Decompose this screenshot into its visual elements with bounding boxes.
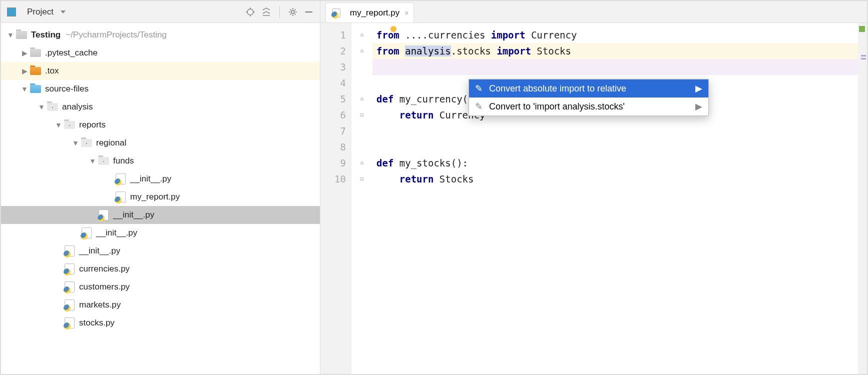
collapse-all-icon[interactable] [260, 6, 272, 18]
folder-icon [30, 84, 41, 94]
marker-strip[interactable] [858, 23, 867, 374]
tree-path: ~/PycharmProjects/Testing [66, 30, 167, 40]
locate-icon[interactable] [244, 6, 256, 18]
tree-label: currencies.py [79, 264, 130, 274]
tree-label: source-files [45, 84, 89, 94]
code-line: from ....currencies import Currency [372, 27, 858, 43]
tree-label: funds [113, 156, 134, 166]
tree-label: reports [79, 120, 106, 130]
python-file-icon [98, 210, 109, 220]
expand-arrow-icon[interactable] [21, 67, 28, 75]
tree-label: __init__.py [130, 174, 171, 184]
intention-label: Convert to 'import analysis.stocks' [489, 102, 625, 112]
tree-root-testing[interactable]: Testing ~/PycharmProjects/Testing [1, 26, 320, 44]
tree-node-reports-init[interactable]: __init__.py [1, 224, 320, 242]
tree-node-regional-init[interactable]: __init__.py [1, 206, 320, 224]
fold-marker-icon[interactable]: ⊖ [351, 27, 372, 43]
analysis-status-icon[interactable] [859, 26, 865, 32]
project-view-dropdown-icon[interactable] [61, 10, 66, 14]
folder-icon [30, 66, 41, 76]
tree-node-source-files[interactable]: source-files [1, 80, 320, 98]
code-line: def my_stocks(): [372, 155, 858, 171]
folder-icon [16, 30, 27, 40]
tree-node-funds-init[interactable]: __init__.py [1, 170, 320, 188]
package-icon [64, 120, 75, 130]
gear-icon[interactable] [287, 6, 299, 18]
tree-node-customers[interactable]: customers.py [1, 278, 320, 296]
expand-arrow-icon[interactable] [21, 49, 28, 57]
python-file-icon [64, 246, 75, 256]
intention-action-icon: ✎ [475, 83, 484, 94]
editor-tab-my-report[interactable]: my_report.py × [325, 2, 414, 22]
intention-popup: ✎ Convert absolute import to relative ▶ … [469, 79, 709, 116]
expand-arrow-icon[interactable] [38, 103, 45, 111]
tree-label: regional [96, 138, 127, 148]
hide-icon[interactable] [303, 6, 315, 18]
fold-marker-icon[interactable]: ⊖ [351, 91, 372, 107]
tree-node-analysis[interactable]: analysis [1, 98, 320, 116]
project-tool-header: Project [1, 1, 320, 23]
tree-node-stocks[interactable]: stocks.py [1, 314, 320, 332]
tree-node-tox[interactable]: .tox [1, 62, 320, 80]
code-line: return Stocks [372, 171, 858, 187]
editor-body[interactable]: 1 2 3 4 5 6 7 8 9 10 ⊖ ⊖ ⊖ ⊟ ⊖ [320, 23, 867, 374]
tree-node-markets[interactable]: markets.py [1, 296, 320, 314]
tree-node-funds[interactable]: funds [1, 152, 320, 170]
line-number: 2 [320, 43, 351, 59]
intention-bulb-icon[interactable] [390, 26, 396, 32]
fold-marker-icon[interactable]: ⊖ [351, 43, 372, 59]
submenu-arrow-icon: ▶ [695, 101, 702, 112]
close-tab-icon[interactable]: × [404, 9, 408, 17]
expand-arrow-icon[interactable] [55, 121, 62, 129]
expand-arrow-icon[interactable] [89, 157, 96, 165]
intention-convert-import[interactable]: ✎ Convert to 'import analysis.stocks' ▶ [469, 98, 708, 116]
tree-label: __init__.py [96, 228, 137, 238]
tree-label: __init__.py [113, 210, 154, 220]
code-area[interactable]: from ....currencies import Currency from… [372, 23, 858, 374]
expand-arrow-icon[interactable] [7, 31, 14, 39]
folder-icon [30, 48, 41, 58]
editor-tabbar: my_report.py × [320, 1, 867, 23]
fold-marker-icon[interactable]: ⊟ [351, 171, 372, 187]
line-number: 9 [320, 155, 351, 171]
error-stripe-mark[interactable] [861, 55, 866, 56]
tree-node-reports[interactable]: reports [1, 116, 320, 134]
tree-node-pytest-cache[interactable]: .pytest_cache [1, 44, 320, 62]
python-file-icon [64, 300, 75, 310]
tree-label: Testing [31, 30, 61, 40]
tree-node-my-report[interactable]: my_report.py [1, 188, 320, 206]
expand-arrow-icon[interactable] [72, 139, 79, 147]
project-tree[interactable]: Testing ~/PycharmProjects/Testing .pytes… [1, 23, 320, 374]
tree-node-regional[interactable]: regional [1, 134, 320, 152]
intention-convert-relative[interactable]: ✎ Convert absolute import to relative ▶ [469, 80, 708, 98]
line-number: 7 [320, 123, 351, 139]
python-file-icon [64, 282, 75, 292]
code-line [372, 139, 858, 155]
tree-label: .pytest_cache [45, 48, 98, 58]
code-line [372, 123, 858, 139]
fold-marker-icon[interactable]: ⊟ [351, 107, 372, 123]
intention-action-icon: ✎ [475, 101, 484, 112]
editor-pane: my_report.py × 1 2 3 4 5 6 7 8 9 10 ⊖ ⊖ [320, 1, 867, 374]
code-line [372, 59, 858, 75]
tree-node-analysis-init[interactable]: __init__.py [1, 242, 320, 260]
fold-gutter: ⊖ ⊖ ⊖ ⊟ ⊖ ⊟ [351, 23, 372, 374]
package-icon [47, 102, 58, 112]
python-file-icon [331, 8, 342, 18]
tree-label: customers.py [79, 282, 130, 292]
tree-node-currencies[interactable]: currencies.py [1, 260, 320, 278]
project-tool-title[interactable]: Project [27, 7, 54, 17]
svg-point-0 [247, 9, 253, 15]
expand-arrow-icon[interactable] [21, 85, 28, 93]
line-number-gutter: 1 2 3 4 5 6 7 8 9 10 [320, 23, 351, 374]
python-file-icon [115, 174, 126, 184]
python-file-icon [64, 318, 75, 328]
package-icon [81, 138, 92, 148]
line-number: 4 [320, 75, 351, 91]
fold-marker-icon[interactable]: ⊖ [351, 155, 372, 171]
error-stripe-mark[interactable] [861, 58, 866, 60]
tab-label: my_report.py [350, 8, 399, 18]
tree-label: markets.py [79, 300, 121, 310]
tree-label: my_report.py [130, 192, 180, 202]
python-file-icon [81, 228, 92, 238]
